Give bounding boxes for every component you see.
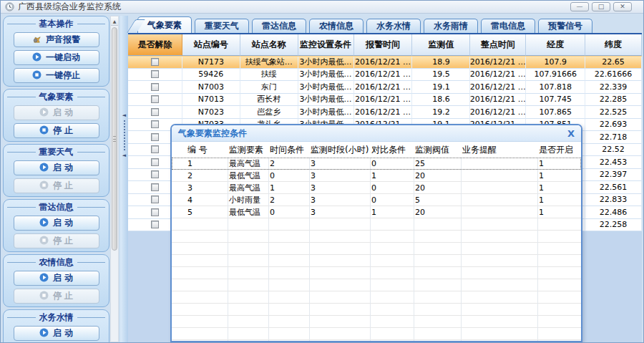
minimize-button[interactable]: — (570, 2, 589, 11)
button-label: 停 止 (53, 125, 73, 137)
start-button[interactable]: 启 动 (14, 160, 99, 175)
table-row[interactable]: N7023岜盆乡3小时内最低…2016/12/21 …19.22016/12/2… (128, 106, 642, 119)
button-label: 声音报警 (46, 34, 80, 46)
app-body: 基本操作声音报警一键启动一键停止气象要素启 动停 止重要天气启 动停 止雷达信息… (1, 14, 643, 342)
splitter-grip-icon (124, 120, 125, 150)
row-checkbox[interactable] (151, 158, 159, 166)
tab-0[interactable]: 气象要素 (137, 16, 192, 33)
cell-value: 19.1 (412, 81, 470, 94)
row-checkbox[interactable] (151, 133, 159, 141)
sound-alarm-button[interactable]: 声音报警 (14, 32, 99, 47)
dialog-table-row[interactable]: 1最高气温230251 (172, 158, 581, 170)
cell-value: 19.2 (412, 106, 470, 119)
row-checkbox[interactable] (151, 208, 159, 216)
cell-alarm: 2016/12/21 … (354, 94, 413, 107)
row-checkbox[interactable] (151, 95, 159, 103)
column-header[interactable]: 站点编号 (182, 34, 240, 56)
column-header[interactable]: 站点名称 (240, 34, 298, 56)
table-row[interactable]: N7003东门3小时内最低…2016/12/21 …19.12016/12/21… (128, 81, 642, 94)
row-checkbox[interactable] (151, 108, 159, 116)
maximize-button[interactable]: □ (592, 2, 610, 11)
dialog-table-row[interactable]: 4小时雨量23051 (172, 194, 581, 206)
stop-icon (39, 125, 49, 137)
cell-lng: 107.9 (526, 57, 585, 69)
sidebar-scrollbar[interactable]: ▲ (110, 16, 119, 342)
cell-value: 18.9 (412, 57, 470, 69)
collapse-left-icon[interactable]: ◄ (122, 112, 126, 118)
dialog-table-row[interactable]: 5最低气温031201 (172, 206, 581, 218)
tab-7[interactable]: 预警信号 (538, 19, 592, 33)
row-checkbox[interactable] (151, 195, 159, 203)
cell-alarm: 2016/12/21 … (354, 57, 413, 69)
table-row[interactable]: N7013西长村3小时内最低…2016/12/21 …18.62016/12/2… (128, 94, 642, 107)
stop-button[interactable]: 一键停止 (14, 68, 99, 83)
tab-4[interactable]: 水务水情 (366, 19, 421, 33)
row-checkbox[interactable] (151, 183, 159, 191)
collapse-left-icon[interactable]: ◄ (122, 153, 126, 158)
cell-lat: 22.52 (585, 144, 642, 157)
scroll-up-icon[interactable]: ▲ (111, 16, 118, 26)
row-checkbox[interactable] (151, 221, 159, 228)
column-header[interactable]: 监控设置条件 (298, 34, 354, 56)
cell-lng: 107.818 (526, 81, 585, 94)
column-header[interactable]: 整点时间 (470, 34, 526, 56)
dialog-cell: 2 (268, 159, 309, 168)
tab-3[interactable]: 农情信息 (309, 19, 364, 33)
row-checkbox[interactable] (151, 83, 159, 91)
scrollbar-thumb[interactable] (112, 27, 117, 251)
sidebar-group: 水务水情启 动停 止 (3, 309, 109, 342)
dialog-cell: 0 (370, 183, 414, 193)
play-icon (39, 107, 49, 119)
cell-alarm: 2016/12/21 … (354, 81, 413, 94)
dialog-table-row[interactable]: 2最低气温031201 (172, 170, 581, 182)
stop-button[interactable]: 停 止 (14, 123, 99, 138)
dialog-column-header: 编 号 (172, 144, 228, 156)
dialog-cell: 1 (537, 159, 580, 168)
stop-button[interactable]: 停 止 (14, 233, 99, 248)
tab-1[interactable]: 重要天气 (195, 19, 249, 33)
dialog-cell: 3 (309, 208, 370, 217)
row-checkbox[interactable] (151, 120, 159, 128)
column-header[interactable]: 纬度 (585, 34, 642, 56)
dialog-column-header: 监测要素 (228, 144, 268, 156)
table-row[interactable]: 59426扶绥3小时内最低…2016/12/21 …19.52016/12/21… (128, 69, 642, 82)
dialog-cell: 最高气温 (228, 183, 268, 193)
stop-button[interactable]: 停 止 (14, 178, 99, 193)
cell-id: 59426 (182, 69, 240, 82)
cell-lat: 22.486 (585, 206, 642, 219)
dialog-close-icon[interactable]: X (567, 128, 575, 139)
sidebar-group: 农情信息启 动停 止 (3, 254, 109, 307)
row-checkbox[interactable] (151, 170, 159, 178)
row-checkbox[interactable] (151, 145, 159, 153)
column-header[interactable]: 监测值 (412, 34, 470, 56)
panel-splitter[interactable]: ◄ ◄ (119, 16, 128, 342)
column-header[interactable]: 经度 (526, 34, 585, 56)
dialog-cell: 0 (268, 208, 309, 217)
dialog-table-body: 1最高气温2302512最低气温0312013最高气温1302014小时雨量23… (172, 158, 581, 218)
stop-button[interactable]: 停 止 (14, 289, 99, 304)
column-header[interactable]: 是否解除 (128, 34, 182, 56)
start-button[interactable]: 启 动 (14, 326, 99, 341)
tab-2[interactable]: 雷达信息 (252, 19, 306, 33)
dialog-cell: 1 (268, 183, 309, 193)
close-button[interactable]: ✕ (613, 2, 632, 11)
row-checkbox[interactable] (151, 70, 159, 78)
sidebar: 基本操作声音报警一键启动一键停止气象要素启 动停 止重要天气启 动停 止雷达信息… (3, 16, 109, 342)
sidebar-group-title: 重要天气 (4, 146, 109, 158)
window-title: 广西县级综合业务监控系统 (18, 1, 570, 13)
cell-cond: 3小时内最低… (298, 94, 354, 107)
start-button[interactable]: 启 动 (14, 271, 99, 286)
start-button[interactable]: 一键启动 (14, 50, 99, 65)
sidebar-group: 雷达信息启 动停 止 (3, 199, 109, 252)
dialog-title-bar: 气象要素监控条件 X (172, 125, 581, 142)
column-header[interactable]: 报警时间 (354, 34, 413, 56)
tab-6[interactable]: 雷电信息 (481, 19, 535, 33)
table-row[interactable]: N7173扶绥气象站…3小时内最低…2016/12/21 …18.92016/1… (128, 56, 642, 69)
sidebar-group-title: 气象要素 (4, 91, 109, 102)
tab-5[interactable]: 水务雨情 (424, 19, 478, 33)
start-button[interactable]: 启 动 (14, 216, 99, 231)
dialog-table-row[interactable]: 3最高气温130201 (172, 182, 581, 194)
start-button[interactable]: 启 动 (14, 105, 99, 120)
dialog-cell: 3 (309, 183, 370, 193)
row-checkbox[interactable] (151, 58, 159, 66)
